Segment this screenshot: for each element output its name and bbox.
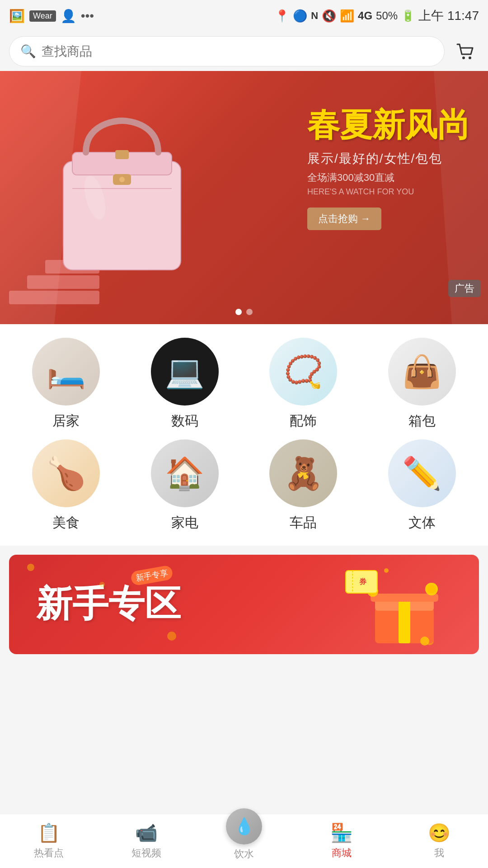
svg-point-1	[469, 57, 471, 59]
food-icon: 🍗	[47, 458, 86, 489]
svg-text:券: 券	[359, 578, 367, 585]
category-label-sports: 文体	[408, 514, 436, 532]
bluetooth-icon: 🔵	[293, 9, 307, 23]
bottom-nav-spacer	[0, 663, 488, 717]
accessory-icon: 📿	[284, 356, 323, 387]
home-icon: 🛏️	[47, 356, 86, 387]
category-label-bag: 箱包	[408, 412, 436, 430]
category-icon-food: 🍗	[32, 439, 100, 507]
category-label-digital: 数码	[171, 412, 198, 430]
status-bar-left: 🖼️ Wear 👤 •••	[9, 9, 94, 24]
profile-icon: 😊	[428, 822, 450, 844]
hero-banner[interactable]: 春夏新风尚 展示/最好的/女性/包包 全场满300减30直减 HERE'S A …	[0, 71, 488, 324]
bag-icon: 👜	[402, 356, 441, 387]
category-item-accessory[interactable]: 📿 配饰	[246, 338, 361, 430]
category-item-sports[interactable]: ✏️ 文体	[365, 439, 479, 532]
promo-banner-new-user[interactable]: 新手专区 新手专享 券	[9, 555, 479, 654]
category-item-home[interactable]: 🛏️ 居家	[9, 338, 123, 430]
bottom-nav: 📋 热看点 📹 短视频 💧 饮水 🏪 商城 😊 我	[0, 814, 488, 868]
sparkle-2	[99, 582, 105, 587]
promo-banner-text: 新手专区	[9, 580, 181, 629]
category-grid: 🛏️ 居家 💻 数码 📿 配饰 👜 箱包 🍗	[9, 338, 479, 532]
wear-badge: Wear	[29, 10, 56, 22]
location-icon: 📍	[275, 9, 289, 23]
water-icon: 💧	[234, 817, 254, 836]
sparkle-3	[167, 632, 176, 641]
svg-rect-12	[371, 594, 438, 602]
nav-item-video[interactable]: 📹 短视频	[98, 822, 195, 860]
category-item-digital[interactable]: 💻 数码	[128, 338, 242, 430]
more-icon: •••	[81, 9, 94, 23]
video-icon: 📹	[135, 822, 158, 844]
category-icon-car: 🧸	[269, 439, 337, 507]
appliance-icon: 🏠	[165, 458, 204, 489]
signal-icon: 4G	[358, 9, 372, 22]
banner-subtitle: 展示/最好的/女性/包包	[307, 150, 470, 167]
banner-cta-button[interactable]: 点击抢购 →	[307, 208, 381, 230]
svg-point-0	[462, 57, 465, 59]
nfc-icon: N	[311, 10, 318, 22]
wifi-icon: 📶	[340, 9, 354, 23]
banner-promo: 全场满300减30直减	[307, 171, 470, 184]
category-icon-accessory: 📿	[269, 338, 337, 406]
digital-icon: 💻	[165, 356, 204, 387]
nav-item-news[interactable]: 📋 热看点	[0, 822, 98, 860]
category-label-accessory: 配饰	[290, 412, 317, 430]
search-bar-container: 🔍	[0, 32, 488, 71]
svg-rect-4	[115, 150, 129, 159]
water-center-button[interactable]: 💧	[226, 808, 262, 844]
svg-point-17	[420, 637, 429, 646]
battery-level: 50%	[376, 9, 398, 22]
category-label-car: 车品	[290, 514, 317, 532]
sports-icon: ✏️	[402, 458, 441, 489]
category-item-food[interactable]: 🍗 美食	[9, 439, 123, 532]
sparkle-1	[27, 564, 34, 571]
category-item-appliance[interactable]: 🏠 家电	[128, 439, 242, 532]
ad-badge: 广告	[448, 280, 481, 297]
account-icon: 👤	[61, 9, 76, 24]
category-icon-appliance: 🏠	[151, 439, 219, 507]
search-input-wrap[interactable]: 🔍	[9, 36, 445, 66]
shop-icon: 🏪	[330, 822, 353, 844]
svg-point-14	[427, 585, 436, 594]
nav-label-news: 热看点	[34, 846, 64, 860]
nav-label-video: 短视频	[131, 846, 161, 860]
dot-1	[235, 309, 242, 315]
cart-button[interactable]	[452, 38, 479, 65]
banner-dots	[235, 309, 253, 315]
svg-point-7	[119, 177, 125, 182]
promo-title: 新手专区	[36, 580, 181, 629]
status-time: 上午 11:47	[418, 7, 479, 24]
status-bar: 🖼️ Wear 👤 ••• 📍 🔵 N 🔇 📶 4G 50% 🔋 上午 11:4…	[0, 0, 488, 32]
banner-title: 春夏新风尚	[307, 107, 470, 143]
nav-item-profile[interactable]: 😊 我	[390, 822, 488, 860]
category-label-appliance: 家电	[171, 514, 198, 532]
ticket-decoration: 券	[343, 568, 380, 597]
category-icon-digital: 💻	[151, 338, 219, 406]
battery-icon: 🔋	[401, 9, 415, 22]
nav-label-water: 饮水	[234, 847, 254, 861]
category-item-bag[interactable]: 👜 箱包	[365, 338, 479, 430]
gallery-icon: 🖼️	[9, 9, 25, 24]
svg-rect-11	[399, 598, 410, 643]
status-bar-right: 📍 🔵 N 🔇 📶 4G 50% 🔋 上午 11:47	[275, 7, 479, 24]
category-icon-bag: 👜	[388, 338, 456, 406]
category-item-car[interactable]: 🧸 车品	[246, 439, 361, 532]
bag-image	[36, 98, 208, 288]
search-icon: 🔍	[20, 44, 36, 59]
nav-label-shop: 商城	[332, 846, 352, 860]
nav-item-water[interactable]: 💧 饮水	[195, 822, 293, 861]
banner-sub-text: HERE'S A WATCH FOR YOU	[307, 187, 470, 197]
dot-2	[246, 309, 253, 315]
nav-item-shop[interactable]: 🏪 商城	[293, 822, 390, 860]
news-icon: 📋	[38, 822, 60, 844]
category-label-home: 居家	[52, 412, 80, 430]
search-input[interactable]	[42, 44, 433, 59]
category-icon-sports: ✏️	[388, 439, 456, 507]
car-icon: 🧸	[284, 458, 323, 489]
category-label-food: 美食	[52, 514, 80, 532]
banner-text: 春夏新风尚 展示/最好的/女性/包包 全场满300减30直减 HERE'S A …	[307, 107, 470, 230]
category-section: 🛏️ 居家 💻 数码 📿 配饰 👜 箱包 🍗	[0, 324, 488, 546]
nav-label-profile: 我	[434, 846, 444, 860]
category-icon-home: 🛏️	[32, 338, 100, 406]
